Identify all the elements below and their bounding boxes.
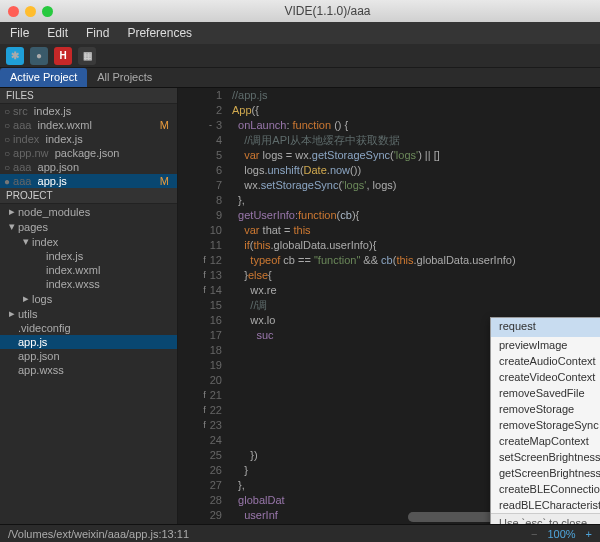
autocomplete-item[interactable]: previewImage — [491, 337, 600, 353]
autocomplete-item[interactable]: removeStorageSync — [491, 417, 600, 433]
zoom-level[interactable]: 100% — [547, 528, 575, 540]
autocomplete-item[interactable]: createAudioContext — [491, 353, 600, 369]
status-path: /Volumes/ext/weixin/aaa/app.js:13:11 — [8, 528, 189, 540]
tree-item[interactable]: index.js — [0, 249, 177, 263]
autocomplete-item[interactable]: removeSavedFile — [491, 385, 600, 401]
toolbar: ✱ ● H ▦ — [0, 44, 600, 68]
zoom-in-button[interactable]: + — [586, 528, 592, 540]
toolbar-icon-h[interactable]: H — [54, 47, 72, 65]
tree-item[interactable]: index.wxml — [0, 263, 177, 277]
autocomplete-item[interactable]: request发送请求 — [491, 318, 600, 337]
tab-all-projects[interactable]: All Projects — [87, 68, 162, 87]
autocomplete-item[interactable]: getScreenBrightness — [491, 465, 600, 481]
maximize-icon[interactable] — [42, 6, 53, 17]
files-header: FILES — [0, 88, 177, 104]
tree-item[interactable]: ▸utils — [0, 306, 177, 321]
zoom-out-button[interactable]: − — [531, 528, 537, 540]
window-controls — [8, 6, 53, 17]
tree-item[interactable]: ▸logs — [0, 291, 177, 306]
tree-item[interactable]: ▾index — [0, 234, 177, 249]
tree-item[interactable]: index.wxss — [0, 277, 177, 291]
autocomplete-footer: Use `esc` to close — [491, 513, 600, 524]
menubar: File Edit Find Preferences — [0, 22, 600, 44]
autocomplete-item[interactable]: removeStorage — [491, 401, 600, 417]
menu-find[interactable]: Find — [86, 26, 109, 40]
statusbar: /Volumes/ext/weixin/aaa/app.js:13:11 − 1… — [0, 524, 600, 542]
project-tabs: Active Project All Projects — [0, 68, 600, 88]
menu-edit[interactable]: Edit — [47, 26, 68, 40]
file-item[interactable]: ○aaa index.wxml — [0, 118, 177, 132]
autocomplete-popup[interactable]: request发送请求previewImagecreateAudioContex… — [490, 317, 600, 524]
autocomplete-item[interactable]: readBLECharacteristicValue — [491, 497, 600, 513]
code-editor[interactable]: 12-34567891011f12f13f14151617181920f21f2… — [178, 88, 600, 524]
minimize-icon[interactable] — [25, 6, 36, 17]
file-item[interactable]: ○app.nw package.json — [0, 146, 177, 160]
tree-item[interactable]: ▸node_modules — [0, 204, 177, 219]
file-item[interactable]: ●aaa app.js — [0, 174, 177, 188]
file-item[interactable]: ○index index.js — [0, 132, 177, 146]
menu-file[interactable]: File — [10, 26, 29, 40]
autocomplete-item[interactable]: setScreenBrightness — [491, 449, 600, 465]
tree-item[interactable]: app.js — [0, 335, 177, 349]
toolbar-icon-2[interactable]: ● — [30, 47, 48, 65]
tree-item[interactable]: ▾pages — [0, 219, 177, 234]
autocomplete-item[interactable]: createBLEConnection — [491, 481, 600, 497]
window-title: VIDE(1.1.0)/aaa — [63, 4, 592, 18]
line-gutter: 12-34567891011f12f13f14151617181920f21f2… — [178, 88, 228, 524]
tree-item[interactable]: .videconfig — [0, 321, 177, 335]
titlebar: VIDE(1.1.0)/aaa — [0, 0, 600, 22]
menu-preferences[interactable]: Preferences — [127, 26, 192, 40]
tab-active-project[interactable]: Active Project — [0, 68, 87, 87]
close-icon[interactable] — [8, 6, 19, 17]
qr-icon[interactable]: ▦ — [78, 47, 96, 65]
file-item[interactable]: ○src index.js — [0, 104, 177, 118]
toolbar-icon-1[interactable]: ✱ — [6, 47, 24, 65]
autocomplete-item[interactable]: createVideoContext — [491, 369, 600, 385]
tree-item[interactable]: app.json — [0, 349, 177, 363]
project-header: PROJECT — [0, 188, 177, 204]
sidebar: FILES ○src index.js○aaa index.wxml○index… — [0, 88, 178, 524]
tree-item[interactable]: app.wxss — [0, 363, 177, 377]
file-item[interactable]: ○aaa app.json — [0, 160, 177, 174]
autocomplete-item[interactable]: createMapContext — [491, 433, 600, 449]
